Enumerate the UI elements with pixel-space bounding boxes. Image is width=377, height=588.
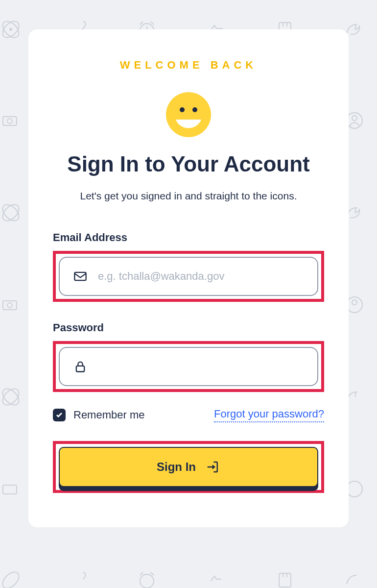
svg-point-10: [0, 202, 22, 223]
signin-highlight: Sign In: [53, 441, 324, 493]
remember-group: Remember me: [53, 409, 144, 421]
svg-point-16: [0, 386, 22, 408]
signin-button-label: Sign In: [157, 460, 196, 474]
svg-point-8: [352, 116, 357, 121]
signin-card: WELCOME BACK Sign In to Your Account Let…: [28, 29, 349, 527]
password-highlight: [53, 341, 324, 392]
svg-point-6: [7, 119, 12, 123]
svg-point-19: [0, 569, 22, 588]
page-subtitle: Let's get you signed in and straight to …: [53, 190, 324, 202]
svg-rect-25: [74, 272, 86, 280]
lock-icon: [73, 360, 87, 373]
page-title: Sign In to Your Account: [53, 152, 324, 176]
form-options: Remember me Forgot your password?: [53, 408, 324, 422]
svg-point-22: [166, 92, 211, 137]
email-input-wrap: [59, 257, 318, 296]
remember-checkbox[interactable]: [53, 409, 66, 421]
svg-point-18: [347, 481, 362, 497]
password-input[interactable]: [98, 360, 304, 373]
forgot-password-link[interactable]: Forgot your password?: [214, 408, 324, 422]
check-icon: [55, 411, 63, 419]
svg-rect-17: [3, 485, 17, 494]
svg-point-2: [10, 28, 12, 30]
svg-point-20: [140, 574, 154, 588]
password-label: Password: [53, 321, 324, 334]
envelope-icon: [73, 270, 87, 283]
email-field-group: Email Address: [53, 231, 324, 302]
svg-rect-11: [3, 301, 17, 310]
password-input-wrap: [59, 347, 318, 386]
signin-button[interactable]: Sign In: [59, 447, 318, 487]
signin-arrow-icon: [206, 460, 220, 474]
svg-rect-26: [76, 366, 84, 372]
svg-point-23: [180, 107, 185, 112]
svg-rect-5: [3, 117, 17, 125]
email-label: Email Address: [53, 231, 324, 244]
remember-label: Remember me: [73, 409, 144, 421]
smiley-icon: [165, 91, 212, 138]
svg-point-12: [7, 303, 12, 308]
svg-point-24: [192, 107, 197, 112]
password-field-group: Password: [53, 321, 324, 392]
email-highlight: [53, 251, 324, 302]
welcome-text: WELCOME BACK: [53, 59, 324, 72]
email-input[interactable]: [98, 270, 304, 283]
svg-rect-21: [279, 573, 291, 587]
svg-point-14: [352, 300, 357, 305]
